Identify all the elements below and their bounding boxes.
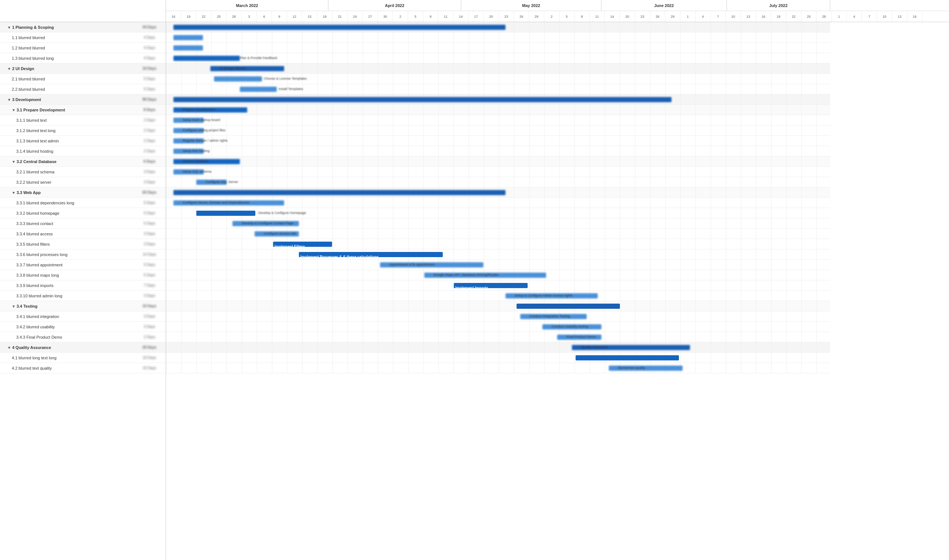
gantt-bar[interactable]	[506, 293, 598, 298]
task-row[interactable]: 3.3.2 blurred homepage5 Days	[0, 208, 166, 218]
task-row[interactable]: 3.4.1 blurred integration3 Days	[0, 311, 166, 322]
task-row[interactable]: 4.1 blurred long text long10 Days	[0, 353, 166, 363]
task-row[interactable]: 3.1.1 blurred text2 Days	[0, 115, 166, 125]
gantt-bar[interactable]	[174, 169, 204, 174]
gantt-bar[interactable]	[214, 76, 262, 82]
task-row[interactable]: 1.1 blurred blurred4 Days	[0, 32, 166, 43]
task-duration: 6 Days	[135, 159, 164, 163]
task-duration: 3 Days	[135, 294, 164, 298]
month-label: May 2022	[461, 0, 601, 11]
gantt-bar[interactable]	[174, 159, 240, 164]
gantt-row	[166, 188, 830, 198]
task-row[interactable]: 3.3.4 blurred access3 Days	[0, 229, 166, 239]
task-row[interactable]: ▼3.2 Central Database6 Days	[0, 157, 166, 167]
task-row[interactable]: 3.2.1 blurred schema3 Days	[0, 167, 166, 177]
gantt-bar[interactable]	[174, 149, 204, 154]
gantt-bar[interactable]	[174, 56, 240, 61]
date-cell: 7	[862, 11, 877, 22]
date-cell: 30	[378, 11, 393, 22]
gantt-row: Central Database	[166, 157, 830, 167]
gantt-bar[interactable]	[575, 355, 679, 360]
task-row[interactable]: 3.3.3 blurred contact5 Days	[0, 218, 166, 229]
task-row[interactable]: 1.2 blurred blurred4 Days	[0, 43, 166, 53]
task-row[interactable]: 3.2.2 blurred server3 Days	[0, 177, 166, 188]
gantt-bar[interactable]	[572, 345, 690, 350]
task-duration: 3 Days	[135, 325, 164, 329]
task-row[interactable]: 2.1 blurred blurred5 Days	[0, 74, 166, 84]
date-cell: 20	[620, 11, 635, 22]
task-duration: 44 Days	[135, 25, 164, 29]
task-row[interactable]: 3.1.3 blurred text admin2 Days	[0, 136, 166, 146]
task-row[interactable]: 2.2 blurred blurred5 Days	[0, 84, 166, 94]
task-name-header[interactable]	[3, 8, 133, 14]
gantt-bar[interactable]	[174, 107, 247, 112]
task-duration: 3 Days	[135, 170, 164, 174]
gantt-row: Google Maps API / database Driving/Route…	[166, 270, 830, 280]
task-row[interactable]: 3.3.6 blurred processes long14 Days	[0, 249, 166, 260]
gantt-bar[interactable]	[542, 324, 601, 329]
gantt-bar[interactable]	[520, 314, 587, 319]
date-cell: 28	[817, 11, 832, 22]
task-row[interactable]: 3.4.3 Final Product Demo2 Days	[0, 332, 166, 342]
gantt-row: Install Templates	[166, 84, 830, 94]
gantt-bar[interactable]	[174, 200, 284, 206]
gantt-row: blurred text quality	[166, 363, 830, 373]
task-row[interactable]: ▼3.1 Prepare Development8 Days	[0, 105, 166, 115]
gantt-area: Plan & Provide FeedbackUI Design blurred…	[166, 22, 949, 560]
task-duration: 4 Days	[135, 46, 164, 50]
date-cell: 29	[529, 11, 544, 22]
gantt-bar[interactable]	[174, 118, 204, 123]
gantt-bar[interactable]	[210, 66, 284, 71]
task-row[interactable]: ▼3 Development90 Days	[0, 94, 166, 105]
gantt-bar[interactable]	[174, 97, 672, 102]
task-row[interactable]: ▼3.3 Web App60 Days	[0, 188, 166, 198]
gantt-bar[interactable]	[196, 211, 255, 216]
gantt-bar[interactable]	[174, 25, 506, 30]
task-row[interactable]: ▼3.4 Testing10 Days	[0, 301, 166, 311]
gantt-bar[interactable]	[557, 335, 601, 340]
task-name: 3.1.2 blurred text long	[2, 128, 135, 133]
task-row[interactable]: 3.3.7 blurred appointment5 Days	[0, 260, 166, 270]
gantt-row: Configure coding project files	[166, 125, 830, 136]
gantt-bar[interactable]	[232, 221, 299, 226]
timeline-header: March 2022April 2022May 2022June 2022Jul…	[166, 0, 949, 22]
gantt-bar[interactable]	[609, 366, 683, 371]
gantt-bar[interactable]	[255, 231, 299, 237]
gantt-bar[interactable]	[174, 45, 203, 51]
gantt-bar[interactable]	[517, 304, 620, 309]
task-row[interactable]: 3.3.10 blurred admin long3 Days	[0, 291, 166, 301]
task-name: ▼1 Planning & Scoping	[2, 25, 135, 29]
task-name: 3.3.2 blurred homepage	[2, 211, 135, 215]
bar-label-outside: Choose & License Templates	[264, 77, 307, 80]
gantt-bar[interactable]	[174, 138, 204, 143]
task-row[interactable]: 1.3 blurred blurred long4 Days	[0, 53, 166, 63]
gantt-bar[interactable]	[174, 190, 506, 195]
gantt-bar[interactable]	[196, 180, 226, 185]
task-row[interactable]: 3.4.2 blurred usability3 Days	[0, 322, 166, 332]
task-row[interactable]: 3.3.5 blurred filters3 Days	[0, 239, 166, 249]
gantt-bar[interactable]	[380, 262, 483, 268]
gantt-bar[interactable]	[425, 272, 546, 278]
gantt-bar[interactable]	[240, 87, 277, 92]
task-row[interactable]: ▼4 Quality Assurance20 Days	[0, 342, 166, 353]
task-row[interactable]: 4.2 blurred text quality10 Days	[0, 363, 166, 373]
task-duration: 5 Days	[135, 77, 164, 81]
gantt-bar[interactable]: Implement Filters	[273, 242, 332, 247]
gantt-row: UI Design blurred	[166, 63, 830, 74]
gantt-bar[interactable]	[174, 128, 204, 133]
task-row[interactable]: 3.3.8 blurred maps long5 Days	[0, 270, 166, 280]
date-cell: 23	[499, 11, 514, 22]
task-row[interactable]: 3.1.4 blurred hosting2 Days	[0, 146, 166, 157]
gantt-bar[interactable]: Implement Imports	[454, 283, 528, 288]
task-row[interactable]: 3.1.2 blurred text long2 Days	[0, 125, 166, 136]
task-row[interactable]: 3.3.9 blurred imports7 Days	[0, 280, 166, 291]
gantt-bar[interactable]	[174, 35, 203, 40]
task-duration: 90 Days	[135, 97, 164, 102]
date-cell: 22	[196, 11, 211, 22]
gantt-bar[interactable]: Implement Processes & & tbase calculatio…	[299, 252, 443, 257]
task-row[interactable]: 3.3.1 blurred dependencies long5 Days	[0, 198, 166, 208]
task-duration: 14 Days	[135, 252, 164, 256]
task-row[interactable]: ▼1 Planning & Scoping44 Days	[0, 22, 166, 32]
task-name: 3.2.1 blurred schema	[2, 170, 135, 174]
task-row[interactable]: ▼2 UI Design10 Days	[0, 63, 166, 74]
